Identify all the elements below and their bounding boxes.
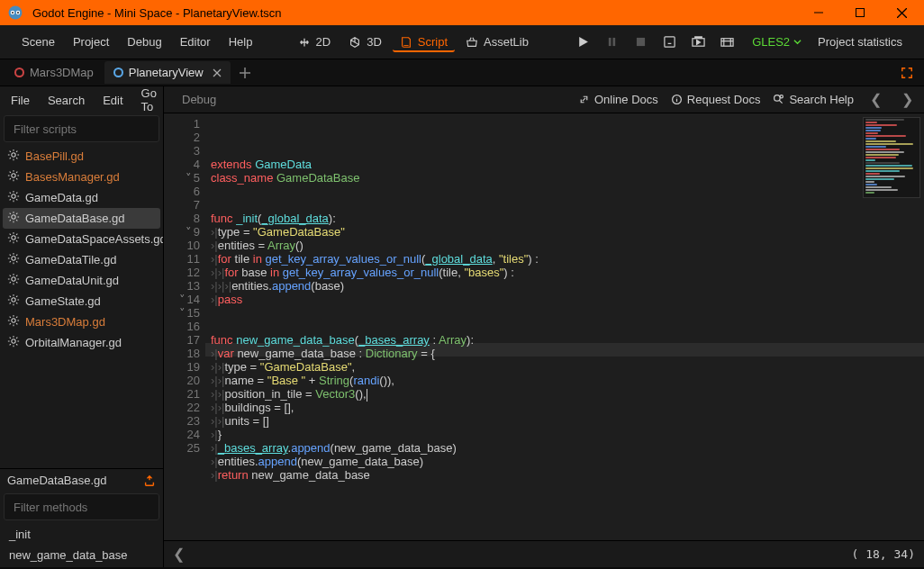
titlebar: Godot Engine - Mini Space - PlanetaryVie… <box>0 0 924 25</box>
add-tab-button[interactable] <box>232 64 258 82</box>
gear-icon <box>7 190 20 205</box>
sb-file[interactable]: File <box>2 90 39 111</box>
script-item[interactable]: GameDataUnit.gd <box>0 270 163 291</box>
mode-script-button[interactable]: Script <box>393 32 455 52</box>
back-button[interactable]: ❮ <box>173 546 185 563</box>
project-statistics-button[interactable]: Project statistics <box>809 35 911 49</box>
script-item[interactable]: GameData.gd <box>0 187 163 208</box>
gear-icon <box>7 314 20 330</box>
link-icon <box>578 94 590 105</box>
svg-rect-11 <box>637 38 645 46</box>
tab-mars3dmap[interactable]: Mars3DMap <box>5 61 103 84</box>
method-item[interactable]: _init <box>0 524 163 545</box>
mode-assetlib-button[interactable]: AssetLib <box>458 32 536 52</box>
current-script-row: GameDataBase.gd <box>0 468 163 492</box>
pause-button[interactable] <box>601 32 622 53</box>
svg-line-37 <box>780 100 783 103</box>
arrows-icon <box>298 36 311 49</box>
method-list[interactable]: _initnew_game_data_base <box>0 522 163 567</box>
request-docs-button[interactable]: Request Docs <box>671 93 761 106</box>
nav-back-button[interactable]: ❮ <box>866 91 885 108</box>
close-button[interactable] <box>881 0 922 25</box>
svg-point-27 <box>12 277 15 281</box>
editor-area: Debug Online Docs Request Docs Search He… <box>164 86 924 567</box>
filter-scripts-input[interactable] <box>14 122 165 136</box>
godot-logo-icon <box>5 3 25 23</box>
menu-help[interactable]: Help <box>220 32 262 52</box>
cursor-position: ( 18, 34) <box>852 547 915 561</box>
svg-point-26 <box>12 257 15 260</box>
menu-scene[interactable]: Scene <box>13 32 64 52</box>
filter-methods-row <box>4 493 159 520</box>
svg-rect-10 <box>612 38 615 46</box>
tab-planetaryview[interactable]: PlanetaryView <box>104 61 231 84</box>
stop-button[interactable] <box>630 32 651 53</box>
gear-icon <box>7 149 20 164</box>
gear-icon <box>7 335 20 350</box>
script-item[interactable]: GameState.gd <box>0 291 163 312</box>
minimize-button[interactable] <box>798 0 839 25</box>
info-icon <box>671 94 683 105</box>
svg-rect-12 <box>665 37 675 47</box>
sb-goto[interactable]: Go To <box>132 83 166 117</box>
play-button[interactable] <box>572 32 593 53</box>
nav-forward-button[interactable]: ❯ <box>898 91 917 108</box>
statusbar: ❮ ( 18, 34) <box>164 540 924 567</box>
svg-point-38 <box>781 95 784 98</box>
sb-edit[interactable]: Edit <box>94 90 131 111</box>
method-item[interactable]: new_game_data_base <box>0 545 163 565</box>
menubar: Scene Project Debug Editor Help 2D 3D Sc… <box>0 25 924 59</box>
menu-debug[interactable]: Debug <box>118 32 170 52</box>
script-list[interactable]: BasePill.gdBasesManager.gdGameData.gdGam… <box>0 144 163 468</box>
cube-icon <box>349 36 361 49</box>
window-title: Godot Engine - Mini Space - PlanetaryVie… <box>29 6 798 20</box>
search-help-icon <box>773 94 784 105</box>
filter-methods-input[interactable] <box>14 501 165 514</box>
svg-rect-14 <box>721 39 733 46</box>
current-script-label: GameDataBase.gd <box>7 474 107 487</box>
menu-editor[interactable]: Editor <box>171 32 220 52</box>
close-tab-icon[interactable] <box>213 68 222 77</box>
gear-icon <box>7 231 20 247</box>
svg-point-4 <box>17 12 19 14</box>
search-help-button[interactable]: Search Help <box>773 93 854 106</box>
script-sidebar: File Search Edit Go To BasePill.gdBasesM… <box>0 86 164 567</box>
sb-search[interactable]: Search <box>39 90 94 111</box>
scene-node-icon <box>14 68 24 77</box>
script-item[interactable]: Mars3DMap.gd <box>0 312 163 332</box>
svg-point-3 <box>12 12 14 14</box>
override-icon[interactable] <box>143 474 156 487</box>
online-docs-button[interactable]: Online Docs <box>578 93 658 106</box>
script-item[interactable]: GameDataSpaceAssets.gd <box>0 229 163 249</box>
play-custom-scene-button[interactable] <box>687 32 709 53</box>
script-item[interactable]: GameDataBase.gd <box>3 208 160 229</box>
svg-point-23 <box>12 194 15 198</box>
editor-toolbar: Debug Online Docs Request Docs Search He… <box>164 86 924 113</box>
svg-point-36 <box>775 95 781 102</box>
renderer-selector[interactable]: GLES2 <box>752 35 802 49</box>
code-area: 1234˅5678˅910111213˅14˅15161718192021222… <box>164 113 924 540</box>
script-item[interactable]: GameDataTile.gd <box>0 249 163 270</box>
gear-icon <box>7 169 20 185</box>
script-item[interactable]: BasePill.gd <box>0 146 163 167</box>
menu-project[interactable]: Project <box>64 32 118 52</box>
script-item[interactable]: BasesManager.gd <box>0 167 163 187</box>
scene-node-icon <box>113 68 123 77</box>
code-editor[interactable]: extends GameDataclass_name GameDataBasef… <box>205 113 924 540</box>
minimap[interactable] <box>863 117 920 198</box>
mode-2d-button[interactable]: 2D <box>291 32 339 52</box>
svg-point-22 <box>12 174 15 177</box>
debug-menu[interactable]: Debug <box>182 93 216 106</box>
maximize-button[interactable] <box>839 0 881 25</box>
line-gutter[interactable]: 1234˅5678˅910111213˅14˅15161718192021222… <box>164 113 205 540</box>
movie-button[interactable] <box>716 32 738 53</box>
svg-rect-6 <box>856 9 865 17</box>
filter-scripts-row <box>4 115 159 142</box>
svg-rect-9 <box>609 38 611 46</box>
play-scene-button[interactable] <box>658 32 680 53</box>
distraction-free-icon[interactable] <box>895 63 919 83</box>
mode-3d-button[interactable]: 3D <box>341 32 389 52</box>
svg-point-28 <box>12 298 15 302</box>
script-item[interactable]: OrbitalManager.gd <box>0 332 163 353</box>
chevron-down-icon <box>793 38 802 46</box>
